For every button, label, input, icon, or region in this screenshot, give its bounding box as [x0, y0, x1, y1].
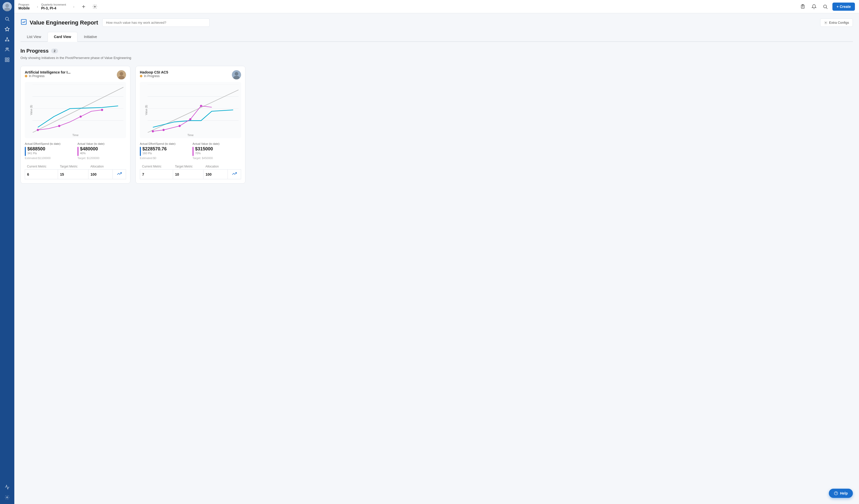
initiative-card-1: Artificial Intelligence for I... In Prog…: [20, 66, 130, 184]
card-2-value-target: Target: $450000: [193, 157, 241, 160]
card-1-title[interactable]: Artificial Intelligence for I...: [25, 70, 71, 74]
card-1-status-dot: [25, 75, 27, 77]
svg-point-6: [7, 37, 7, 38]
card-1-x-label: Time: [72, 133, 78, 137]
card-1-metrics: Actual Effort/Spend (to date): $688500 3…: [25, 142, 126, 160]
card-2-chart-svg: [148, 84, 239, 132]
card-2-status-text: In Progress: [144, 74, 160, 78]
initiative-card-2: Hadoop CSI AC5 In Progress: [136, 66, 245, 184]
help-button[interactable]: Help: [829, 489, 853, 498]
add-button[interactable]: [79, 2, 88, 11]
card-1-col-alloc: Allocation: [89, 164, 113, 170]
card-2-effort-pts: 160 Pts: [142, 152, 167, 155]
card-2-status-dot: [140, 75, 142, 77]
card-2-value-bar: [193, 147, 194, 156]
section-header: In Progress 2: [20, 48, 853, 54]
program-value: Mobile: [18, 6, 30, 10]
svg-point-51: [163, 129, 165, 131]
qi-label: Quarterly Increment: [41, 3, 66, 6]
subtitle-input[interactable]: [102, 18, 210, 27]
main-content: Program Mobile › Quarterly Increment PI-…: [14, 0, 859, 504]
card-2-title[interactable]: Hadoop CSI AC5: [140, 70, 168, 74]
sidebar-item-star[interactable]: [3, 25, 12, 34]
settings-button[interactable]: [91, 2, 99, 11]
sidebar-item-people[interactable]: [3, 45, 12, 54]
svg-point-50: [152, 130, 154, 132]
extra-configs-label: Extra Configs: [829, 21, 849, 25]
svg-point-13: [7, 48, 9, 49]
card-2-chart: Value ($): [140, 82, 241, 138]
card-1-chart: Value ($): [25, 82, 126, 138]
card-1-effort-pts: 341 Pts: [27, 152, 45, 155]
card-1-value-label: Actual Value (to date):: [77, 142, 126, 145]
card-2-effort-value-row: $228570.76 160 Pts: [140, 146, 189, 156]
tab-initiative[interactable]: Initiative: [77, 32, 103, 41]
help-label: Help: [840, 491, 848, 495]
program-label: Program: [18, 3, 30, 6]
create-button[interactable]: + Create: [832, 2, 855, 11]
card-1-col-target: Target Metric: [58, 164, 88, 170]
card-2-header: Hadoop CSI AC5 In Progress: [140, 70, 241, 81]
card-1-value-amount: $480000: [80, 146, 98, 152]
card-2-status: In Progress: [140, 74, 168, 78]
card-2-avatar[interactable]: [232, 70, 241, 79]
svg-point-53: [189, 118, 191, 120]
card-2-value-amount: $315000: [195, 146, 213, 152]
card-2-metrics: Actual Effort/Spend (to date): $228570.7…: [140, 142, 241, 160]
card-1-col-current: Current Metric: [25, 164, 58, 170]
svg-point-3: [5, 17, 9, 20]
card-1-metrics-table: Current Metric Target Metric Allocation …: [25, 164, 126, 179]
card-1-effort-label: Actual Effort/Spend (to date):: [25, 142, 73, 145]
card-1-effort-block: Actual Effort/Spend (to date): $688500 3…: [25, 142, 73, 160]
card-1-target-value: 15: [58, 170, 88, 179]
extra-configs-button[interactable]: Extra Configs: [820, 18, 853, 27]
bell-icon[interactable]: [810, 2, 818, 11]
svg-point-52: [179, 125, 181, 127]
card-2-trend-icon: [232, 172, 237, 177]
sidebar-item-settings[interactable]: [3, 493, 12, 502]
card-1-value-bar: [77, 147, 78, 156]
card-2-effort-label: Actual Effort/Spend (to date):: [140, 142, 189, 145]
card-2-effort-estimated: Estimated:$0: [140, 157, 189, 160]
avatar[interactable]: [3, 2, 12, 11]
page: Value Engineering Report Extra Configs L…: [14, 13, 859, 504]
card-2-x-label: Time: [187, 133, 194, 137]
sidebar-item-chart[interactable]: [3, 483, 12, 492]
card-1-effort-amount: $688500: [27, 146, 45, 152]
tab-card-view[interactable]: Card View: [48, 32, 77, 42]
svg-line-10: [7, 38, 9, 40]
svg-point-41: [101, 109, 103, 111]
card-1-header: Artificial Intelligence for I... In Prog…: [25, 70, 126, 81]
sidebar-item-search[interactable]: [3, 14, 12, 23]
card-1-avatar[interactable]: [117, 70, 126, 79]
card-1-value-pct: 40%: [80, 152, 98, 155]
card-1-trend-cell[interactable]: [113, 170, 126, 179]
svg-line-4: [8, 20, 10, 21]
card-2-value-pct: 70%: [195, 152, 213, 155]
sidebar-item-network[interactable]: [3, 35, 12, 44]
section-subtitle: Only showing Initiatives in the Pivot/Pe…: [20, 56, 853, 60]
card-2-value-value-row: $315000 70%: [193, 146, 241, 156]
qi-value: PI-3, PI-4: [41, 6, 66, 10]
svg-rect-16: [5, 60, 7, 62]
clipboard-icon[interactable]: [799, 2, 807, 11]
card-1-chart-svg: [32, 84, 123, 132]
tab-list-view[interactable]: List View: [20, 32, 48, 41]
card-2-current-value: 7: [140, 170, 173, 179]
card-2-trend-cell[interactable]: [228, 170, 241, 179]
svg-rect-28: [21, 19, 26, 25]
svg-point-21: [94, 6, 95, 7]
card-1-status: In Progress: [25, 74, 71, 78]
card-1-effort-value-row: $688500 341 Pts: [25, 146, 73, 156]
svg-point-40: [79, 115, 81, 117]
svg-point-38: [37, 129, 39, 131]
sidebar-item-grid[interactable]: [3, 55, 12, 64]
svg-point-18: [7, 497, 8, 498]
card-2-effort-bar: [140, 147, 141, 156]
search-icon[interactable]: [821, 2, 829, 11]
svg-point-31: [120, 72, 123, 76]
card-1-effort-bar: [25, 147, 26, 156]
card-1-value-value-row: $480000 40%: [77, 146, 126, 156]
svg-point-54: [200, 105, 202, 107]
card-2-alloc-value: 100: [204, 170, 228, 179]
